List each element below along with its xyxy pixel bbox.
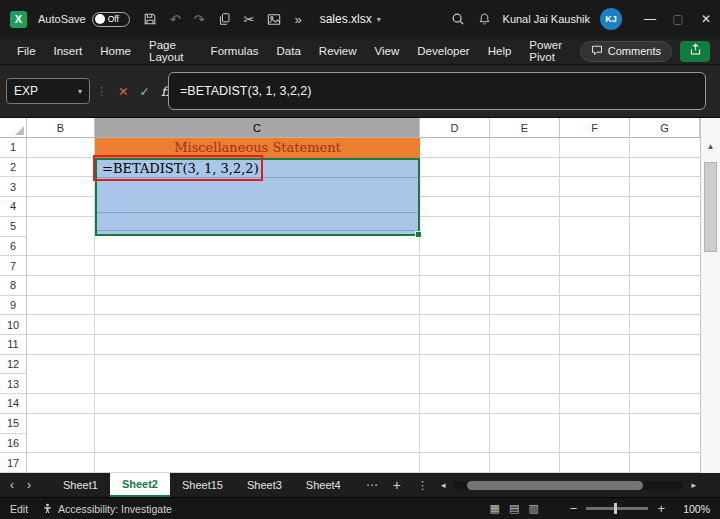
copy-icon[interactable] xyxy=(218,12,231,26)
name-box[interactable]: EXP ▾ xyxy=(6,78,90,104)
minimize-button[interactable]: — xyxy=(636,0,664,38)
ribbon-tabs-bar: FileInsertHomePage LayoutFormulasDataRev… xyxy=(0,38,720,65)
ribbon-tab-developer[interactable]: Developer xyxy=(408,38,478,64)
ribbon-tab-insert[interactable]: Insert xyxy=(45,38,92,64)
ribbon-tab-home[interactable]: Home xyxy=(91,38,140,64)
row-header-13[interactable]: 13 xyxy=(0,374,27,394)
row-header-7[interactable]: 7 xyxy=(0,256,27,276)
row-header-16[interactable]: 16 xyxy=(0,434,27,454)
hscroll-right-icon[interactable]: ▸ xyxy=(691,480,696,490)
ribbon-tab-data[interactable]: Data xyxy=(268,38,310,64)
sheet-nav-right-icon[interactable]: › xyxy=(27,478,31,492)
sheet-tab-bar: ‹ › Sheet1Sheet2Sheet15Sheet3Sheet4 ⋯ + … xyxy=(0,473,720,497)
sheet-tab-sheet15[interactable]: Sheet15 xyxy=(170,473,235,497)
row-header-9[interactable]: 9 xyxy=(0,296,27,316)
picture-icon[interactable] xyxy=(267,13,281,26)
share-button[interactable] xyxy=(680,41,710,62)
sheet-tab-sheet3[interactable]: Sheet3 xyxy=(235,473,294,497)
zoom-slider[interactable] xyxy=(586,507,648,510)
vertical-scrollbar[interactable]: ▲ xyxy=(700,118,720,473)
ribbon-tab-review[interactable]: Review xyxy=(310,38,366,64)
page-break-view-icon[interactable]: ▥ xyxy=(528,502,538,515)
enter-icon[interactable]: ✓ xyxy=(139,84,149,99)
fill-handle[interactable] xyxy=(415,231,422,238)
maximize-button[interactable]: ▢ xyxy=(664,0,692,38)
row-header-12[interactable]: 12 xyxy=(0,355,27,375)
hscroll-left-icon[interactable]: ◂ xyxy=(441,480,446,490)
search-icon[interactable] xyxy=(451,12,465,26)
ribbon-tab-formulas[interactable]: Formulas xyxy=(202,38,268,64)
zoom-out-button[interactable]: − xyxy=(570,501,578,516)
more-sheets-icon[interactable]: ⋯ xyxy=(366,478,378,492)
sheet-nav-left-icon[interactable]: ‹ xyxy=(10,478,14,492)
zoom-level[interactable]: 100% xyxy=(678,503,710,515)
sheet-tab-sheet4[interactable]: Sheet4 xyxy=(294,473,353,497)
gridline xyxy=(489,138,490,473)
zoom-slider-knob[interactable] xyxy=(614,503,617,514)
undo-icon[interactable]: ↶ xyxy=(170,12,181,27)
formula-bar: EXP ▾ ⋮ ✕ ✓ fx =BETADIST(3, 1, 3,2,2) xyxy=(0,65,720,118)
row-header-5[interactable]: 5 xyxy=(0,217,27,237)
cell-c2-text: =BETADIST(3, 1, 3,2,2) xyxy=(102,161,259,176)
row-header-8[interactable]: 8 xyxy=(0,276,27,296)
comments-button[interactable]: Comments xyxy=(580,41,672,62)
sheet-options-icon[interactable]: ⋮ xyxy=(417,479,428,492)
ribbon-tab-file[interactable]: File xyxy=(8,38,45,64)
excel-logo-icon: X xyxy=(10,11,27,28)
row-header-17[interactable]: 17 xyxy=(0,453,27,473)
accessibility-status[interactable]: Accessibility: Investigate xyxy=(58,503,172,515)
column-header-d[interactable]: D xyxy=(420,118,490,138)
hscroll-thumb[interactable] xyxy=(467,481,643,490)
autosave-toggle[interactable]: Off xyxy=(92,12,130,27)
row-header-1[interactable]: 1 xyxy=(0,138,27,158)
column-header-e[interactable]: E xyxy=(490,118,560,138)
normal-view-icon[interactable]: ▦ xyxy=(490,502,500,515)
page-layout-view-icon[interactable]: ▤ xyxy=(509,502,519,515)
more-commands-icon[interactable]: » xyxy=(294,12,301,27)
horizontal-scrollbar[interactable] xyxy=(453,481,683,490)
formula-input[interactable]: =BETADIST(3, 1, 3,2,2) xyxy=(168,72,706,110)
accessibility-icon xyxy=(42,503,53,514)
close-button[interactable]: ✕ xyxy=(692,0,720,38)
ribbon-tab-power-pivot[interactable]: Power Pivot xyxy=(520,38,579,64)
filename-dropdown[interactable]: sales.xlsx ▾ xyxy=(320,12,381,26)
save-icon[interactable] xyxy=(143,12,157,26)
cancel-icon[interactable]: ✕ xyxy=(118,84,128,99)
comments-label: Comments xyxy=(608,45,661,57)
row-header-15[interactable]: 15 xyxy=(0,414,27,434)
sheet-tab-sheet1[interactable]: Sheet1 xyxy=(51,473,110,497)
row-header-4[interactable]: 4 xyxy=(0,197,27,217)
redo-icon[interactable]: ↷ xyxy=(194,12,205,27)
zoom-in-button[interactable]: + xyxy=(657,501,665,516)
column-header-c[interactable]: C xyxy=(95,118,420,138)
mode-indicator: Edit xyxy=(10,503,28,515)
ribbon-tab-help[interactable]: Help xyxy=(479,38,521,64)
column-header-g[interactable]: G xyxy=(630,118,700,138)
row-header-2[interactable]: 2 xyxy=(0,158,27,178)
column-header-f[interactable]: F xyxy=(560,118,630,138)
add-sheet-button[interactable]: + xyxy=(393,477,401,493)
avatar[interactable]: KJ xyxy=(600,8,622,30)
cut-icon[interactable]: ✂ xyxy=(244,12,255,27)
select-all-corner[interactable] xyxy=(0,118,27,138)
vscroll-thumb[interactable] xyxy=(704,162,717,252)
row-header-10[interactable]: 10 xyxy=(0,315,27,335)
gridline xyxy=(559,138,560,473)
column-headers: BCDEFG xyxy=(27,118,700,138)
row-header-3[interactable]: 3 xyxy=(0,177,27,197)
user-name[interactable]: Kunal Jai Kaushik xyxy=(503,13,590,25)
autosave-label: AutoSave xyxy=(38,13,86,25)
row-header-6[interactable]: 6 xyxy=(0,237,27,257)
ribbon-tab-view[interactable]: View xyxy=(366,38,409,64)
row-header-11[interactable]: 11 xyxy=(0,335,27,355)
column-header-b[interactable]: B xyxy=(27,118,95,138)
row-header-14[interactable]: 14 xyxy=(0,394,27,414)
sheet-tab-sheet2[interactable]: Sheet2 xyxy=(110,473,170,497)
formula-annotation-box: =BETADIST(3, 1, 3,2,2) xyxy=(93,155,263,181)
scroll-up-icon[interactable]: ▲ xyxy=(701,142,720,151)
chevron-down-icon: ▾ xyxy=(78,87,82,96)
bell-icon[interactable] xyxy=(478,12,491,26)
status-bar: Edit Accessibility: Investigate ▦ ▤ ▥ − … xyxy=(0,497,720,519)
select-all-triangle-icon xyxy=(15,126,24,135)
ribbon-tab-page-layout[interactable]: Page Layout xyxy=(140,38,202,64)
